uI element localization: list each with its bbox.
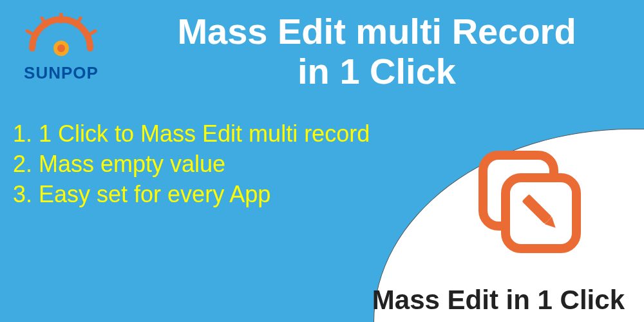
brand-name: SUNPOP	[19, 63, 103, 83]
brand-logo: SUNPOP	[19, 13, 103, 83]
bottom-title: Mass Edit in 1 Click	[372, 285, 625, 316]
sunpop-sun-icon	[19, 13, 103, 58]
feature-item-2: 2. Mass empty value	[13, 149, 370, 180]
feature-item-3: 3. Easy set for every App	[13, 180, 370, 210]
svg-point-1	[57, 44, 65, 52]
main-title: Mass Edit multi Record in 1 Click	[135, 12, 618, 91]
feature-list: 1. 1 Click to Mass Edit multi record 2. …	[13, 119, 370, 209]
title-line-2: in 1 Click	[298, 51, 456, 91]
title-line-1: Mass Edit multi Record	[177, 11, 576, 52]
feature-item-1: 1. 1 Click to Mass Edit multi record	[13, 119, 370, 149]
mass-edit-icon	[473, 146, 589, 264]
